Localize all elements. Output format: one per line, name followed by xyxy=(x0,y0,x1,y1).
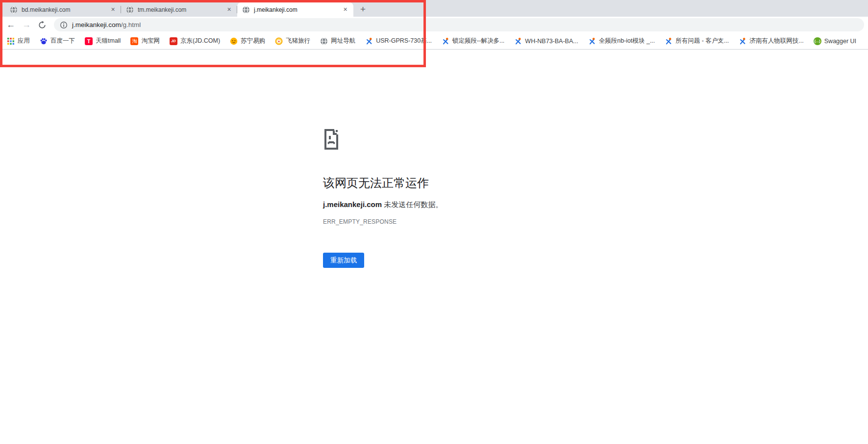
bookmark-label: 济南有人物联网技... xyxy=(749,37,803,45)
bookmark-label: USR-GPRS-730基... xyxy=(376,37,432,45)
page-content: 该网页无法正常运作 j.meikankeji.com 未发送任何数据。 ERR_… xyxy=(0,50,868,444)
fliggy-pig-icon xyxy=(275,37,283,45)
globe-favicon-icon xyxy=(242,6,250,14)
back-icon[interactable]: ← xyxy=(4,18,18,32)
apps-grid-icon xyxy=(7,37,15,45)
error-title: 该网页无法正常运作 xyxy=(323,175,597,191)
bookmark-taobao[interactable]: 淘 淘宝网 xyxy=(130,37,160,45)
forward-icon[interactable]: → xyxy=(20,18,33,32)
globe-icon xyxy=(320,37,328,45)
bookmark-label: Swagger UI xyxy=(824,38,856,45)
bookmark-support[interactable]: 所有问题 - 客户支... xyxy=(665,37,729,45)
sad-page-icon xyxy=(323,129,339,150)
bookmark-suning[interactable]: 苏宁易购 xyxy=(230,37,265,45)
tab-close-icon[interactable]: × xyxy=(341,5,349,14)
tab-bd-meikankeji[interactable]: bd.meikankeji.com × xyxy=(5,2,121,17)
bookmark-label: WH-NB73-BA-BA... xyxy=(525,38,578,45)
globe-favicon-icon xyxy=(10,6,18,14)
bookmark-usr-gprs[interactable]: USR-GPRS-730基... xyxy=(365,37,432,45)
bookmark-label: 应用 xyxy=(18,37,30,45)
tab-title: j.meikankeji.com xyxy=(254,6,341,13)
globe-favicon-icon xyxy=(126,6,134,14)
tab-close-icon[interactable]: × xyxy=(109,5,117,14)
tmall-icon: T xyxy=(85,37,93,45)
bookmark-baidu[interactable]: 百度一下 xyxy=(40,37,75,45)
bookmark-fliggy[interactable]: 飞猪旅行 xyxy=(275,37,310,45)
tab-strip: bd.meikankeji.com × tm.meikankeji.com × … xyxy=(0,0,868,17)
bookmark-label: 锁定频段--解决多... xyxy=(452,37,504,45)
bookmark-lock-band[interactable]: 锁定频段--解决多... xyxy=(442,37,504,45)
usr-person-icon xyxy=(588,37,596,45)
bookmark-label: 京东(JD.COM) xyxy=(180,37,220,45)
error-message-text: 未发送任何数据。 xyxy=(382,200,443,209)
bookmark-jd[interactable]: JD 京东(JD.COM) xyxy=(170,37,220,45)
bookmark-tmall[interactable]: T 天猫tmall xyxy=(85,37,121,45)
reload-page-button[interactable]: 重新加载 xyxy=(323,253,364,268)
address-bar[interactable]: j.meikankeji.com/g.html xyxy=(54,18,864,31)
error-code: ERR_EMPTY_RESPONSE xyxy=(323,218,597,225)
tab-j-meikankeji-active[interactable]: j.meikankeji.com × xyxy=(237,2,353,17)
usr-person-icon xyxy=(514,37,522,45)
bookmark-nbiot-module[interactable]: 全频段nb-iot模块 _... xyxy=(588,37,655,45)
bookmark-jinan-usr[interactable]: 济南有人物联网技... xyxy=(739,37,803,45)
page-info-icon[interactable] xyxy=(60,21,68,29)
bookmark-nav-site[interactable]: 网址导航 xyxy=(320,37,355,45)
bookmark-label: 天猫tmall xyxy=(96,37,121,45)
bookmark-label: 所有问题 - 客户支... xyxy=(675,37,729,45)
bookmark-label: 网址导航 xyxy=(331,37,355,45)
bookmark-label: 百度一下 xyxy=(50,37,75,45)
url-path: /g.html xyxy=(121,21,141,28)
usr-person-icon xyxy=(365,37,373,45)
bookmarks-bar: 应用 百度一下 T 天猫tmall 淘 淘宝网 JD 京东(J xyxy=(0,33,868,50)
tab-title: tm.meikankeji.com xyxy=(138,6,225,13)
taobao-icon: 淘 xyxy=(130,37,138,45)
bookmark-label: 淘宝网 xyxy=(141,37,160,45)
tab-tm-meikankeji[interactable]: tm.meikankeji.com × xyxy=(121,2,237,17)
jd-icon: JD xyxy=(170,37,177,45)
navigation-toolbar: ← → j.meikankeji.com/g.html xyxy=(0,17,868,33)
tab-close-icon[interactable]: × xyxy=(225,5,233,14)
bookmark-label: 全频段nb-iot模块 _... xyxy=(599,37,655,45)
error-domain: j.meikankeji.com xyxy=(323,200,382,209)
new-tab-button[interactable]: + xyxy=(356,2,370,16)
usr-person-icon xyxy=(739,37,746,45)
browser-window: bd.meikankeji.com × tm.meikankeji.com × … xyxy=(0,0,868,444)
url-text: j.meikankeji.com/g.html xyxy=(72,21,141,28)
reload-icon[interactable] xyxy=(35,18,49,32)
swagger-icon: {…} xyxy=(814,37,821,45)
usr-person-icon xyxy=(665,37,672,45)
url-host: j.meikankeji.com xyxy=(72,21,121,28)
error-page: 该网页无法正常运作 j.meikankeji.com 未发送任何数据。 ERR_… xyxy=(323,129,597,268)
usr-person-icon xyxy=(442,37,449,45)
bookmark-label: 苏宁易购 xyxy=(241,37,265,45)
bookmark-label: 飞猪旅行 xyxy=(286,37,310,45)
bookmark-apps[interactable]: 应用 xyxy=(7,37,30,45)
error-message: j.meikankeji.com 未发送任何数据。 xyxy=(323,200,597,209)
bookmark-wh-nb73[interactable]: WH-NB73-BA-BA... xyxy=(514,37,578,45)
tab-title: bd.meikankeji.com xyxy=(22,6,109,13)
bookmark-swagger[interactable]: {…} Swagger UI xyxy=(814,37,856,45)
baidu-paw-icon xyxy=(40,37,48,45)
suning-lion-icon xyxy=(230,37,238,45)
